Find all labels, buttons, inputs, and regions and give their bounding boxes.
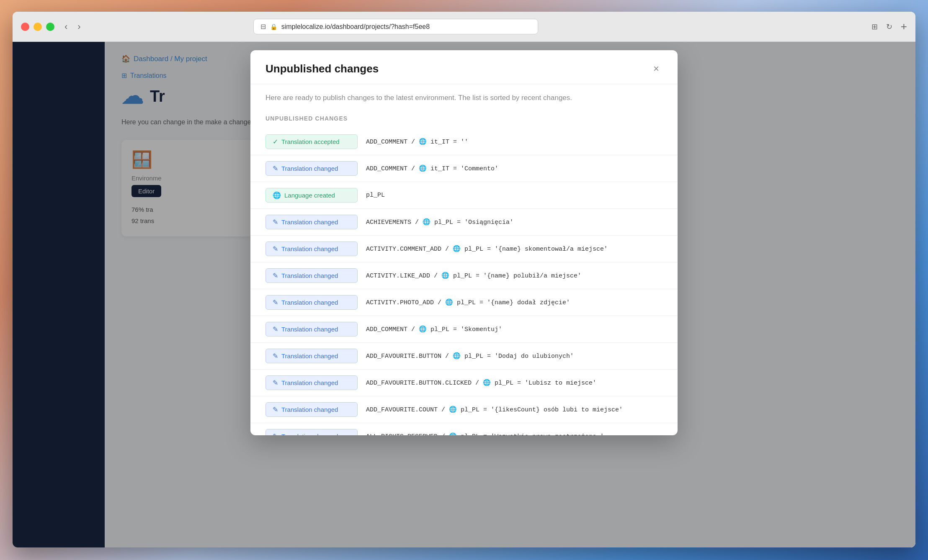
modal-section-label: UNPUBLISHED CHANGES xyxy=(250,112,678,128)
change-detail-3: ACHIEVEMENTS / 🌐 pl_PL = 'Osiągnięcia' xyxy=(366,218,513,226)
badge-icon-1: ✎ xyxy=(273,164,278,172)
browser-toolbar: ‹ › ⊟ 🔒 simplelocalize.io/dashboard/proj… xyxy=(13,12,915,42)
close-window-button[interactable] xyxy=(21,23,29,31)
page-content: 🏠 Dashboard / My project ⊞ Translations … xyxy=(13,42,915,547)
modal-header: Unpublished changes × xyxy=(250,50,678,84)
change-badge-10: ✎ Translation changed xyxy=(266,402,358,417)
reload-button[interactable]: ↻ xyxy=(884,21,894,33)
badge-label-0: Translation accepted xyxy=(281,138,340,145)
modal-subtitle: Here are ready to publish changes to the… xyxy=(250,84,678,112)
change-row: ✎ Translation changed ADD_FAVOURITE.BUTT… xyxy=(250,343,678,370)
minimize-window-button[interactable] xyxy=(34,23,42,31)
change-badge-11: ✎ Translation changed xyxy=(266,429,358,436)
change-badge-8: ✎ Translation changed xyxy=(266,349,358,363)
translate-button[interactable]: ⊞ xyxy=(870,21,879,33)
badge-icon-4: ✎ xyxy=(273,245,278,253)
change-row: ✎ Translation changed ADD_FAVOURITE.COUN… xyxy=(250,396,678,423)
url-text: simplelocalize.io/dashboard/projects/?ha… xyxy=(281,23,531,31)
change-row: 🌐 Language created pl_PL xyxy=(250,182,678,209)
change-detail-6: ACTIVITY.PHOTO_ADD / 🌐 pl_PL = '{name} d… xyxy=(366,298,570,306)
badge-label-4: Translation changed xyxy=(281,245,338,252)
badge-label-3: Translation changed xyxy=(281,218,338,226)
change-detail-5: ACTIVITY.LIKE_ADD / 🌐 pl_PL = '{name} po… xyxy=(366,272,581,280)
change-row: ✓ Translation accepted ADD_COMMENT / 🌐 i… xyxy=(250,128,678,155)
badge-icon-6: ✎ xyxy=(273,298,278,306)
change-detail-9: ADD_FAVOURITE.BUTTON.CLICKED / 🌐 pl_PL =… xyxy=(366,379,596,387)
badge-label-9: Translation changed xyxy=(281,379,338,386)
change-row: ✎ Translation changed ACTIVITY.LIKE_ADD … xyxy=(250,262,678,289)
browser-window: ‹ › ⊟ 🔒 simplelocalize.io/dashboard/proj… xyxy=(13,12,915,547)
modal-dialog: Unpublished changes × Here are ready to … xyxy=(250,50,678,435)
change-detail-0: ADD_COMMENT / 🌐 it_IT = '' xyxy=(366,138,468,146)
change-detail-7: ADD_COMMENT / 🌐 pl_PL = 'Skomentuj' xyxy=(366,325,502,333)
change-badge-7: ✎ Translation changed xyxy=(266,322,358,337)
change-row: ✎ Translation changed ADD_FAVOURITE.BUTT… xyxy=(250,370,678,396)
badge-icon-7: ✎ xyxy=(273,325,278,333)
badge-label-2: Language created xyxy=(284,192,335,199)
tab-icon: ⊟ xyxy=(260,23,266,31)
badge-icon-5: ✎ xyxy=(273,272,278,280)
badge-label-1: Translation changed xyxy=(281,165,338,172)
badge-label-8: Translation changed xyxy=(281,352,338,360)
badge-label-7: Translation changed xyxy=(281,326,338,333)
change-badge-0: ✓ Translation accepted xyxy=(266,134,358,149)
change-badge-2: 🌐 Language created xyxy=(266,188,358,203)
change-detail-2: pl_PL xyxy=(366,192,385,199)
address-bar[interactable]: ⊟ 🔒 simplelocalize.io/dashboard/projects… xyxy=(253,19,538,34)
change-row: ✎ Translation changed ACTIVITY.COMMENT_A… xyxy=(250,236,678,262)
forward-button[interactable]: › xyxy=(74,20,84,34)
change-detail-1: ADD_COMMENT / 🌐 it_IT = 'Commento' xyxy=(366,164,498,172)
change-row: ✎ Translation changed ADD_COMMENT / 🌐 pl… xyxy=(250,316,678,343)
change-detail-8: ADD_FAVOURITE.BUTTON / 🌐 pl_PL = 'Dodaj … xyxy=(366,352,574,360)
new-tab-button[interactable]: + xyxy=(901,20,907,33)
change-badge-9: ✎ Translation changed xyxy=(266,375,358,390)
change-detail-10: ADD_FAVOURITE.COUNT / 🌐 pl_PL = '{likesC… xyxy=(366,406,623,414)
back-button[interactable]: ‹ xyxy=(61,20,71,34)
badge-icon-11: ✎ xyxy=(273,432,278,436)
change-badge-5: ✎ Translation changed xyxy=(266,268,358,283)
badge-icon-9: ✎ xyxy=(273,379,278,387)
change-badge-1: ✎ Translation changed xyxy=(266,161,358,176)
change-detail-11: ALL_RIGHTS_RESERVED / 🌐 pl_PL = 'Wszystk… xyxy=(366,432,604,436)
badge-icon-0: ✓ xyxy=(273,138,278,146)
modal-changes-list: ✓ Translation accepted ADD_COMMENT / 🌐 i… xyxy=(250,128,678,436)
modal-title: Unpublished changes xyxy=(266,62,379,75)
badge-icon-3: ✎ xyxy=(273,218,278,226)
change-detail-4: ACTIVITY.COMMENT_ADD / 🌐 pl_PL = '{name}… xyxy=(366,245,608,253)
badge-label-11: Translation changed xyxy=(281,433,338,436)
modal-close-button[interactable]: × xyxy=(650,62,662,75)
lock-icon: 🔒 xyxy=(270,23,277,30)
badge-label-10: Translation changed xyxy=(281,406,338,413)
badge-label-5: Translation changed xyxy=(281,272,338,279)
change-row: ✎ Translation changed ADD_COMMENT / 🌐 it… xyxy=(250,155,678,182)
badge-icon-10: ✎ xyxy=(273,406,278,414)
nav-buttons: ‹ › xyxy=(61,20,84,34)
badge-icon-8: ✎ xyxy=(273,352,278,360)
change-badge-6: ✎ Translation changed xyxy=(266,295,358,310)
change-badge-4: ✎ Translation changed xyxy=(266,241,358,256)
maximize-window-button[interactable] xyxy=(46,23,54,31)
change-row: ✎ Translation changed ACHIEVEMENTS / 🌐 p… xyxy=(250,209,678,236)
change-row: ✎ Translation changed ACTIVITY.PHOTO_ADD… xyxy=(250,289,678,316)
change-badge-3: ✎ Translation changed xyxy=(266,215,358,229)
badge-icon-2: 🌐 xyxy=(273,191,281,199)
modal-overlay: Unpublished changes × Here are ready to … xyxy=(13,42,915,547)
change-row: ✎ Translation changed ALL_RIGHTS_RESERVE… xyxy=(250,423,678,436)
traffic-lights xyxy=(21,23,54,31)
badge-label-6: Translation changed xyxy=(281,299,338,306)
browser-actions: ⊞ ↻ xyxy=(870,21,894,33)
